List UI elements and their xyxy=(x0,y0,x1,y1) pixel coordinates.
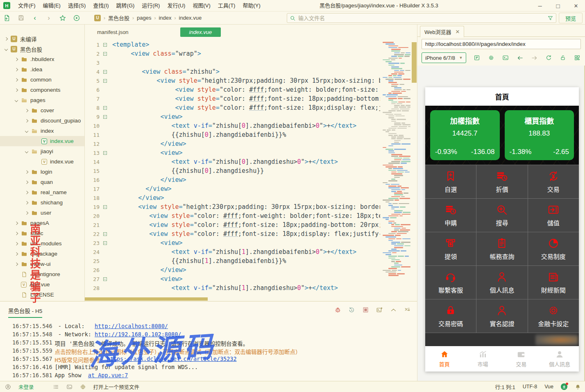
restart-icon[interactable] xyxy=(347,306,356,314)
nav-forward-icon[interactable] xyxy=(531,54,538,62)
browser-tab-close-icon[interactable]: ✕ xyxy=(456,29,460,35)
line-number[interactable]: 1 xyxy=(85,42,100,48)
app-tab-3[interactable]: 個人訊息 xyxy=(540,346,579,372)
code-line[interactable]: 23−<view> xyxy=(85,238,380,247)
tree-item-user[interactable]: user xyxy=(0,208,84,218)
line-number[interactable]: 4 xyxy=(85,69,100,75)
code-line[interactable]: 12</view> xyxy=(85,139,380,148)
chevron-right-icon[interactable] xyxy=(25,119,28,122)
grid-item-10[interactable]: 個人訊息 xyxy=(476,266,527,299)
grid-item-4[interactable]: 搜尋 xyxy=(476,199,527,232)
breadcrumb-segment-0[interactable]: 黑色台股 xyxy=(108,14,129,22)
chevron-right-icon[interactable] xyxy=(25,190,28,194)
fold-marker[interactable]: − xyxy=(102,232,108,236)
url-input[interactable] xyxy=(422,39,581,49)
line-number[interactable]: 11 xyxy=(85,132,100,138)
line-number[interactable]: 5 xyxy=(85,78,100,84)
line-number[interactable]: 16 xyxy=(85,177,100,183)
code-line[interactable]: 20<view style="color: #fff;font-weight: … xyxy=(85,211,380,220)
fold-marker[interactable]: − xyxy=(102,106,108,110)
line-number[interactable]: 17 xyxy=(85,186,100,192)
code-line[interactable]: 8−<view style="color: #fff;font-size: 18… xyxy=(85,103,380,112)
line-number[interactable]: 6 xyxy=(85,87,100,93)
line-number[interactable]: 20 xyxy=(85,213,100,219)
line-number[interactable]: 21 xyxy=(85,222,100,228)
code-line[interactable]: 11{{zhishu[0].zhangdiebaifenbi}}% xyxy=(85,130,380,139)
tree-item-unpackage[interactable]: unpackage xyxy=(0,249,84,259)
favorite-star-icon[interactable] xyxy=(56,13,70,23)
new-file-icon[interactable] xyxy=(0,13,14,23)
line-number[interactable]: 2 xyxy=(85,51,100,57)
search-input[interactable] xyxy=(298,15,547,21)
code-line[interactable]: 6<view style="color: #fff;font-weight: b… xyxy=(85,85,380,94)
line-number[interactable]: 12 xyxy=(85,141,100,147)
tree-item-pages[interactable]: pages xyxy=(0,95,84,105)
app-tab-1[interactable]: 市場 xyxy=(464,346,502,372)
breadcrumb-segment-1[interactable]: pages xyxy=(137,15,151,21)
code-line[interactable]: 5−<view style="height:230rpx;padding: 30… xyxy=(85,76,380,85)
breadcrumb-segment-3[interactable]: index.vue xyxy=(179,15,202,21)
editor-tab-index-vue[interactable]: index.vue xyxy=(180,27,221,37)
qr-code-icon[interactable] xyxy=(574,54,581,62)
code-line[interactable]: 21<view style="color: #fff;font-size: 18… xyxy=(85,220,380,229)
tree-item--hbuilderx[interactable]: .hbuilderx xyxy=(0,54,84,64)
code-line[interactable]: 1−<template> xyxy=(85,40,380,49)
fold-marker[interactable]: − xyxy=(102,277,108,281)
menu-item-8[interactable]: 工具(T) xyxy=(214,0,239,11)
line-number[interactable]: 9 xyxy=(85,114,100,120)
line-number[interactable]: 24 xyxy=(85,249,100,255)
editor-horizontal-scrollbar[interactable] xyxy=(85,297,208,301)
editor-tab-manifest-json[interactable]: manifest.json xyxy=(92,27,134,37)
line-number[interactable]: 7 xyxy=(85,96,100,102)
unlock-icon[interactable] xyxy=(559,54,567,62)
tree-item-pagesa[interactable]: pagesA xyxy=(0,218,84,228)
tree-item-common[interactable]: common xyxy=(0,75,84,85)
breadcrumb-segment-2[interactable]: index xyxy=(159,15,171,21)
menu-item-1[interactable]: 编辑(E) xyxy=(39,0,64,11)
nav-back-icon[interactable] xyxy=(516,54,524,62)
code-line[interactable]: 22−<view style="color: #fff;font-size: 1… xyxy=(85,229,380,238)
menu-item-7[interactable]: 视图(V) xyxy=(189,0,214,11)
line-number[interactable]: 3 xyxy=(85,60,100,66)
menu-item-3[interactable]: 查找(I) xyxy=(89,0,112,11)
encoding[interactable]: UTF-8 xyxy=(523,384,537,390)
tree-item--[interactable]: U黑色台股 xyxy=(0,44,84,54)
tree-item-login[interactable]: login xyxy=(0,167,84,177)
grid-item-12[interactable]: 交易密碼 xyxy=(425,299,476,333)
grid-item-8[interactable]: 交易制度 xyxy=(528,232,579,265)
code-line[interactable]: 4−<view class="zhishu"> xyxy=(85,67,380,76)
chevron-down-icon[interactable] xyxy=(25,150,28,153)
tree-item-discount_gupiao[interactable]: discount_gupiao xyxy=(0,116,84,126)
code-line[interactable]: 3 xyxy=(85,58,380,67)
line-number[interactable]: 28 xyxy=(85,285,100,291)
console-tab[interactable]: 黑色台股 - H5 xyxy=(8,306,42,318)
grid-item-2[interactable]: 交易 xyxy=(528,165,579,198)
index-card-1[interactable]: 櫃買指數188.83-1.38%-2.65 xyxy=(505,110,574,160)
code-line[interactable]: 14<text v-if="zhishu[0].zhangdieshu>0">+… xyxy=(85,157,380,166)
tree-item--idea[interactable]: .idea xyxy=(0,64,84,75)
code-line[interactable]: 7<view style="color: #fff;font-size: 18p… xyxy=(85,94,380,103)
code-line[interactable]: 24<text v-if="zhishu[1].zhangdiebaifenbi… xyxy=(85,247,380,256)
chevron-right-icon[interactable] xyxy=(15,252,18,255)
grid-item-13[interactable]: 實名認證 xyxy=(476,299,527,333)
back-icon[interactable]: ‹ xyxy=(28,13,42,23)
fold-marker[interactable]: − xyxy=(102,70,108,74)
tree-item-uni_modules[interactable]: uni_modules xyxy=(0,238,84,249)
save-icon[interactable] xyxy=(14,13,28,23)
chevron-right-icon[interactable] xyxy=(25,180,28,184)
line-number[interactable]: 27 xyxy=(85,276,100,282)
tree-item-cover[interactable]: cover xyxy=(0,105,84,116)
line-number[interactable]: 14 xyxy=(85,159,100,165)
stop-icon[interactable] xyxy=(361,306,370,314)
preview-button[interactable]: 预览 xyxy=(559,13,583,23)
grid-item-6[interactable]: 提領 xyxy=(425,232,476,265)
code-line[interactable]: 9−<view> xyxy=(85,112,380,121)
tree-item-static[interactable]: static xyxy=(0,228,84,238)
code-line[interactable]: 10<text v-if="zhishu[0].zhangdiebaifenbi… xyxy=(85,121,380,130)
tree-item-real_name[interactable]: real_name xyxy=(0,187,84,197)
collapse-icon[interactable] xyxy=(389,306,397,314)
code-line[interactable]: 25{{zhishu[1].zhangdiebaifenbi}}% xyxy=(85,256,380,265)
tree-item-index-vue[interactable]: Vindex.vue xyxy=(0,156,84,167)
chevron-right-icon[interactable] xyxy=(15,57,18,61)
code-line[interactable]: 13−<view> xyxy=(85,148,380,157)
